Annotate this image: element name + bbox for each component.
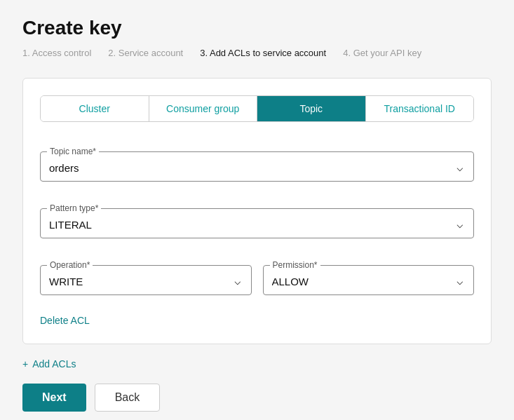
next-button[interactable]: Next xyxy=(22,384,86,412)
plus-icon: + xyxy=(22,358,28,370)
delete-acl-container: Delete ACL xyxy=(40,312,474,327)
add-acl-label: Add ACLs xyxy=(32,358,76,370)
topic-name-wrapper: orders ⌵ xyxy=(40,151,474,182)
permission-select[interactable]: ALLOW xyxy=(264,266,474,294)
delete-acl-link[interactable]: Delete ACL xyxy=(40,315,90,326)
topic-name-field: Topic name* orders ⌵ xyxy=(40,139,474,182)
topic-name-select[interactable]: orders xyxy=(41,152,473,181)
add-acl-row[interactable]: + Add ACLs xyxy=(22,358,492,370)
pattern-type-field: Pattern type* LITERAL ⌵ xyxy=(40,196,474,238)
page-title: Create key xyxy=(22,17,492,39)
pattern-type-wrapper: LITERAL ⌵ xyxy=(40,208,474,238)
operation-select[interactable]: WRITE xyxy=(41,266,251,294)
step-3: 3. Add ACLs to service account xyxy=(200,48,326,58)
operation-label: Operation* xyxy=(47,260,93,270)
permission-label: Permission* xyxy=(270,260,320,270)
pattern-type-select[interactable]: LITERAL xyxy=(41,209,473,238)
stepper: 1. Access control 2. Service account 3. … xyxy=(22,48,492,58)
step-4: 4. Get your API key xyxy=(343,48,421,58)
topic-name-label: Topic name* xyxy=(47,147,99,156)
action-buttons: Next Back xyxy=(22,384,492,412)
tab-topic[interactable]: Topic xyxy=(257,96,366,121)
tab-consumer-group[interactable]: Consumer group xyxy=(149,96,258,121)
back-button[interactable]: Back xyxy=(95,384,161,412)
tab-transactional-id[interactable]: Transactional ID xyxy=(366,96,474,121)
permission-field: Permission* ALLOW ⌵ xyxy=(263,252,475,295)
operation-field: Operation* WRITE ⌵ xyxy=(40,252,252,295)
step-1: 1. Access control xyxy=(22,48,91,58)
step-2: 2. Service account xyxy=(108,48,183,58)
tab-bar: Cluster Consumer group Topic Transaction… xyxy=(40,95,474,122)
operation-permission-row: Operation* WRITE ⌵ Permission* ALLOW ⌵ xyxy=(40,252,474,295)
acl-card: Cluster Consumer group Topic Transaction… xyxy=(22,78,492,344)
tab-cluster[interactable]: Cluster xyxy=(41,96,149,121)
pattern-type-label: Pattern type* xyxy=(47,203,101,213)
